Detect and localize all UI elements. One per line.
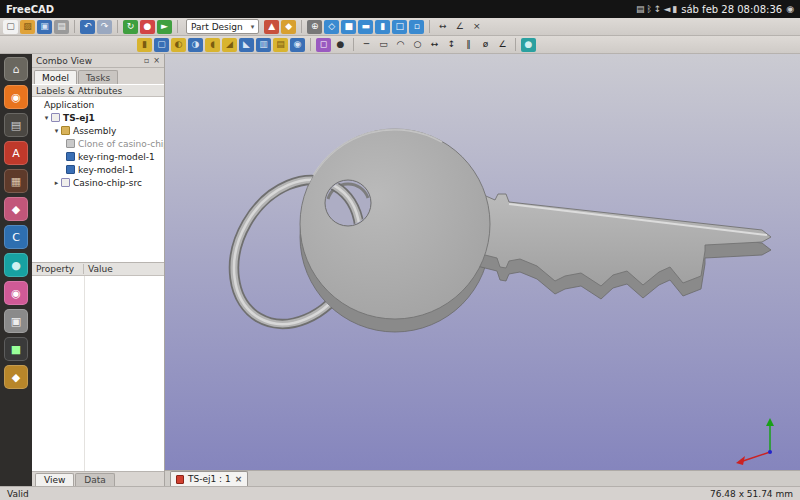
- fit-all-icon[interactable]: ⊕: [307, 20, 322, 34]
- pad-icon[interactable]: ▮: [137, 38, 152, 52]
- document-tab[interactable]: TS-ej1 : 1 ×: [170, 471, 248, 486]
- redo-icon[interactable]: ↷: [97, 20, 112, 34]
- edit-sketch-icon[interactable]: ◆: [281, 20, 296, 34]
- diameter-dimension-icon[interactable]: ø: [478, 38, 493, 52]
- dash-home-icon[interactable]: ⌂: [4, 57, 28, 81]
- rectangle-icon[interactable]: ▭: [376, 38, 391, 52]
- clear-measurement-icon[interactable]: ×: [469, 20, 484, 34]
- dimensions-readout: 76.48 x 51.74 mm: [710, 489, 793, 499]
- fillet-icon[interactable]: ◖: [205, 38, 220, 52]
- tab-tasks[interactable]: Tasks: [78, 70, 118, 84]
- libreoffice-icon[interactable]: A: [4, 141, 28, 165]
- panel-title-label: Combo View: [36, 56, 92, 66]
- groove-icon[interactable]: ◑: [188, 38, 203, 52]
- undock-icon[interactable]: ▫: [144, 56, 149, 65]
- tree-item-label: key-ring-model-1: [78, 152, 155, 162]
- assembly-folder-icon: [61, 126, 70, 135]
- browser-icon[interactable]: C: [4, 225, 28, 249]
- photos-app-icon[interactable]: ◉: [4, 281, 28, 305]
- unity-launcher: ⌂◉▤A▦◆C●◉▣■◆: [0, 54, 32, 486]
- viewport-column: TS-ej1 : 1 ×: [165, 54, 800, 486]
- parallel-constraint-icon[interactable]: ∥: [461, 38, 476, 52]
- bottom-view-icon[interactable]: ▫: [409, 20, 424, 34]
- close-icon[interactable]: ×: [153, 56, 160, 65]
- property-editor[interactable]: [32, 276, 164, 471]
- macro-play-icon[interactable]: ►: [157, 20, 172, 34]
- document-tab-label: TS-ej1 : 1: [188, 474, 231, 484]
- draft-icon[interactable]: ◣: [239, 38, 254, 52]
- terminal-icon[interactable]: ■: [4, 337, 28, 361]
- arc-icon[interactable]: ◠: [393, 38, 408, 52]
- refresh-icon[interactable]: ↻: [123, 20, 138, 34]
- bluetooth-icon[interactable]: ᛒ: [646, 5, 651, 14]
- network-icon[interactable]: ↕: [654, 5, 662, 14]
- front-view-icon[interactable]: ■: [341, 20, 356, 34]
- column-divider[interactable]: [84, 276, 85, 471]
- tree-item-label: key-model-1: [78, 165, 134, 175]
- line-icon[interactable]: ─: [359, 38, 374, 52]
- media-player-icon[interactable]: ◆: [4, 197, 28, 221]
- axonometric-view-icon[interactable]: ◇: [324, 20, 339, 34]
- settings-app-icon[interactable]: ▣: [4, 309, 28, 333]
- system-clock[interactable]: sáb feb 28 08:08:36: [681, 4, 782, 15]
- power-icon[interactable]: ◉: [786, 5, 794, 14]
- undo-icon[interactable]: ↶: [80, 20, 95, 34]
- horizontal-constraint-icon[interactable]: ↔: [427, 38, 442, 52]
- right-view-icon[interactable]: ▮: [375, 20, 390, 34]
- tree-item-application[interactable]: Application: [32, 98, 164, 111]
- datum-plane-icon[interactable]: ◻: [316, 38, 331, 52]
- workbench-selected-value: Part Design: [191, 22, 243, 32]
- toolbar-row-2: ▮▢◐◑◖◢◣▥▤◉◻●─▭◠○↔↕∥ø∠●: [0, 36, 800, 54]
- combo-view-panel: Combo View ▫ × Model Tasks Labels & Attr…: [32, 54, 165, 486]
- measure-angle-icon[interactable]: ∠: [452, 20, 467, 34]
- expand-arrow[interactable]: ▾: [42, 114, 51, 122]
- 3d-viewport[interactable]: [165, 54, 800, 470]
- teal-app-icon[interactable]: ●: [4, 253, 28, 277]
- macro-record-icon[interactable]: ●: [140, 20, 155, 34]
- keyboard-indicator-icon[interactable]: ▤: [636, 5, 645, 14]
- files-icon[interactable]: ▤: [4, 113, 28, 137]
- panel-titlebar[interactable]: Combo View ▫ ×: [32, 54, 164, 68]
- top-view-icon[interactable]: ▬: [358, 20, 373, 34]
- angle-dimension-icon[interactable]: ∠: [495, 38, 510, 52]
- battery-icon[interactable]: ▮: [672, 5, 677, 14]
- new-file-icon[interactable]: ▢: [3, 20, 18, 34]
- volume-icon[interactable]: ◄: [663, 5, 670, 14]
- create-sketch-icon[interactable]: ▲: [264, 20, 279, 34]
- tree-item-key-model[interactable]: key-model-1: [32, 163, 164, 176]
- status-message: Valid: [7, 489, 29, 499]
- expand-arrow[interactable]: ▸: [52, 179, 61, 187]
- expand-arrow[interactable]: ▾: [52, 127, 61, 135]
- measure-distance-icon[interactable]: ↔: [435, 20, 450, 34]
- firefox-icon[interactable]: ◉: [4, 85, 28, 109]
- print-icon[interactable]: ▤: [54, 20, 69, 34]
- tab-view[interactable]: View: [35, 473, 74, 486]
- mirrored-icon[interactable]: ▥: [256, 38, 271, 52]
- tree-item-clone[interactable]: Clone of casino-chip-key-chain: [32, 137, 164, 150]
- chamfer-icon[interactable]: ◢: [222, 38, 237, 52]
- revolution-icon[interactable]: ◐: [171, 38, 186, 52]
- tree-item-casino-chip-src[interactable]: ▸ Casino-chip-src: [32, 176, 164, 189]
- save-file-icon[interactable]: ▣: [37, 20, 52, 34]
- freecad-document-icon: [51, 113, 60, 122]
- circle-icon[interactable]: ○: [410, 38, 425, 52]
- tree-item-key-ring-model[interactable]: key-ring-model-1: [32, 150, 164, 163]
- tab-model[interactable]: Model: [34, 70, 77, 84]
- tree-item-ts-ej1[interactable]: ▾ TS-ej1: [32, 111, 164, 124]
- package-icon[interactable]: ▦: [4, 169, 28, 193]
- tree-item-assembly[interactable]: ▾ Assembly: [32, 124, 164, 137]
- session-menu: ◉: [786, 5, 794, 14]
- tab-data[interactable]: Data: [75, 473, 115, 486]
- workbench-selector[interactable]: Part Design ▾: [186, 19, 259, 34]
- freecad-document-icon: [176, 475, 184, 484]
- pocket-icon[interactable]: ▢: [154, 38, 169, 52]
- polar-pattern-icon[interactable]: ◉: [290, 38, 305, 52]
- gimp-icon[interactable]: ◆: [4, 365, 28, 389]
- close-icon[interactable]: ×: [235, 474, 243, 484]
- datum-point-icon[interactable]: ●: [333, 38, 348, 52]
- open-file-icon[interactable]: ▨: [20, 20, 35, 34]
- vertical-constraint-icon[interactable]: ↕: [444, 38, 459, 52]
- appearance-icon[interactable]: ●: [521, 38, 536, 52]
- rear-view-icon[interactable]: □: [392, 20, 407, 34]
- linear-pattern-icon[interactable]: ▤: [273, 38, 288, 52]
